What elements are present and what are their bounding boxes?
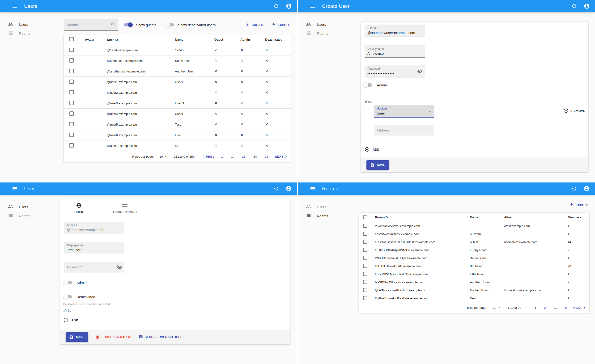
account-circle-icon[interactable] [584,3,590,9]
header-members[interactable]: Members [567,216,589,219]
displayname-field[interactable]: Displayname Testuser [64,242,124,254]
row-checkbox[interactable] [363,280,367,284]
header-guest[interactable]: Guest [212,38,239,41]
table-row[interactable]: @someuser:example.comSome user✕✕✕ [64,56,291,66]
save-button[interactable]: SAVE [367,160,389,170]
row-checkbox[interactable] [69,133,74,137]
table-row[interactable]: !FasdweDssccaGLdsFRddsOl:example.comA Te… [359,238,589,246]
refresh-icon[interactable] [571,186,577,191]
table-row[interactable]: !lasmnwASmDllasi:example.comA Room1 [359,230,589,238]
refresh-icon[interactable] [571,3,577,9]
sidebar-item-rooms[interactable]: Rooms [298,211,359,220]
password-field[interactable]: Password [64,262,124,273]
row-checkbox[interactable] [363,256,367,260]
user-id-field[interactable]: User-ID @somenewuser:example.com [365,25,425,37]
tab-user[interactable]: USER [60,198,98,218]
page-number[interactable]: 23 [242,155,245,158]
header-name[interactable]: Name [174,38,212,41]
password-field[interactable]: Password •••••••••••••••• [365,65,425,77]
account-circle-icon[interactable] [286,3,292,9]
deactivated-switch[interactable] [63,294,73,300]
search-input[interactable] [67,23,107,27]
sidebar-item-rooms[interactable]: Rooms [0,29,61,38]
create-button[interactable]: CREATE [245,23,264,27]
row-checkbox[interactable] [363,264,367,268]
rows-per-page-select[interactable]: 10 [493,306,500,309]
erase-user-data-button[interactable]: ERASE USER DATA [95,335,132,339]
row-checkbox[interactable] [69,101,74,105]
table-row[interactable]: @12345:example.com12345✓✕✕ [64,45,291,56]
table-row[interactable]: !OMSDsdweassIlUUjjwe:example.comSettings… [359,254,589,262]
rows-per-page-select[interactable]: 10 [159,155,167,158]
add-threepid-button[interactable]: ADD [63,317,78,323]
header-name[interactable]: Name [470,216,504,219]
show-deactivated-switch[interactable] [165,22,175,28]
table-row[interactable]: @user5:example.comTest✕✕✕ [64,119,291,130]
table-row[interactable]: @user2:example.com✕✕✕ [64,87,291,98]
refresh-icon[interactable] [273,3,279,9]
table-row[interactable]: !ykAStwxasdwsKkxGILL:example.comMy Test … [359,286,589,294]
page-number[interactable]: 1 [221,155,223,158]
add-threepid-button[interactable]: ADD [365,147,379,152]
account-circle-icon[interactable] [584,186,590,192]
row-checkbox[interactable] [69,69,74,73]
header-deactivated[interactable]: Deactivated [263,38,291,41]
table-row[interactable]: !TTnlslkHHweOLAD:example.comBig Room20 [359,262,589,270]
page-number[interactable]: 2 [544,306,546,309]
address-field[interactable]: Address [374,125,434,136]
menu-icon[interactable] [310,3,315,9]
row-checkbox[interactable] [363,296,367,300]
page-number[interactable]: 1 [534,306,536,309]
row-checkbox[interactable] [69,122,74,126]
row-checkbox[interactable] [363,224,367,228]
header-room-id[interactable]: Room-ID [369,216,470,219]
refresh-icon[interactable] [273,186,279,191]
next-page-button[interactable]: NEXT [275,154,288,159]
menu-icon[interactable] [310,186,315,191]
sidebar-item-rooms[interactable]: Rooms [298,29,359,38]
row-checkbox[interactable] [69,90,74,94]
table-row[interactable]: @anotheruser:example.comAnother User✕✕✕ [64,66,291,77]
sidebar-item-rooms[interactable]: Rooms [0,211,61,220]
sidebar-item-users[interactable]: Users [298,202,359,211]
table-row[interactable]: @user4:example.comUser4✕✕✕ [64,109,291,119]
row-checkbox[interactable] [69,80,74,84]
export-button[interactable]: EXPORT [271,23,291,27]
table-row[interactable]: @user7:example.comMe✕✕✕ [64,140,291,151]
row-checkbox[interactable] [69,58,74,63]
select-all-checkbox[interactable] [69,37,74,41]
next-page-button[interactable]: NEXT [573,306,587,310]
row-checkbox[interactable] [69,48,74,52]
row-checkbox[interactable] [69,112,74,116]
menu-icon[interactable] [12,3,17,9]
select-all-checkbox[interactable] [363,215,367,219]
row-checkbox[interactable] [363,288,367,292]
show-guests-switch[interactable] [123,22,133,28]
row-checkbox[interactable] [363,272,367,276]
sidebar-item-users[interactable]: Users [0,20,61,29]
tab-connections[interactable]: CONNECTIONS [98,198,152,218]
table-row[interactable]: @user3:example.comUser 3✕✓✕ [64,98,291,109]
export-button[interactable]: EXPORT [569,203,589,207]
search-field[interactable] [64,19,118,31]
table-row[interactable]: @user1:example.comUser1✕✕✕ [64,77,291,87]
table-row[interactable]: !LLIMSSNHrhRjsdWNXsd:example.comFunny Ro… [359,246,589,254]
account-circle-icon[interactable] [286,186,292,192]
sidebar-item-users[interactable]: Users [0,202,61,211]
admin-switch[interactable] [63,280,73,285]
sidebar-item-users[interactable]: Users [298,20,359,29]
table-row[interactable]: !KuasNWEMasdHasLOs:example.comLittle Roo… [359,270,589,278]
remove-threepid-button[interactable]: REMOVE [563,108,585,113]
header-alias[interactable]: Alias [504,216,567,219]
table-row[interactable]: !asSBSlsdWEvaXwPk:example.comAnother Roo… [359,278,589,286]
send-server-notices-button[interactable]: SEND SERVER NOTICES [139,335,183,339]
medium-select[interactable]: Medium Email [374,105,434,118]
page-number[interactable]: 9 [565,306,567,309]
row-checkbox[interactable] [363,240,367,244]
header-user-id[interactable]: User-ID↑ [105,38,174,42]
menu-icon[interactable] [12,186,17,191]
save-button[interactable]: SAVE [66,332,88,342]
visibility-off-icon[interactable] [417,69,422,74]
header-admin[interactable]: Admin [239,38,263,41]
row-checkbox[interactable] [363,248,367,252]
